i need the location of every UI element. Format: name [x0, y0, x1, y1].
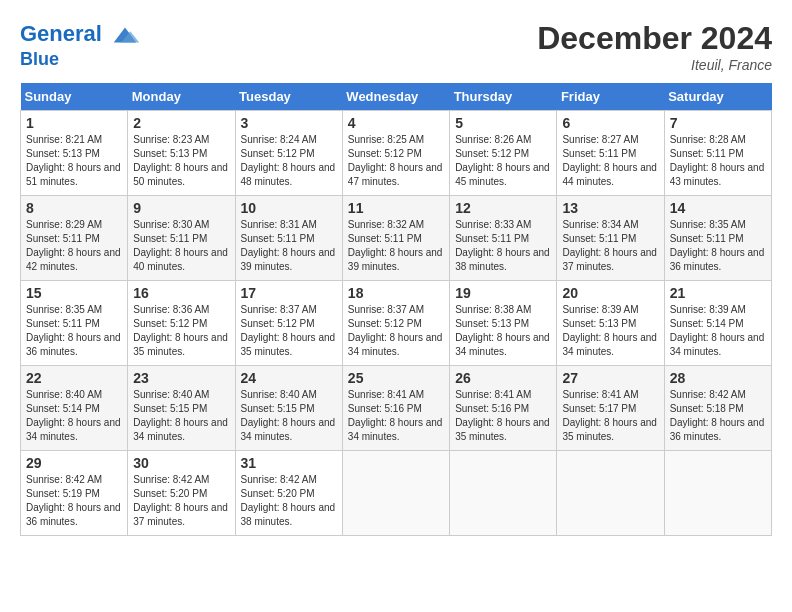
day-cell-1: 1 Sunrise: 8:21 AMSunset: 5:13 PMDayligh… — [21, 111, 128, 196]
day-number: 4 — [348, 115, 444, 131]
day-cell-26: 26 Sunrise: 8:41 AMSunset: 5:16 PMDaylig… — [450, 366, 557, 451]
day-number: 27 — [562, 370, 658, 386]
calendar-table: SundayMondayTuesdayWednesdayThursdayFrid… — [20, 83, 772, 536]
day-number: 25 — [348, 370, 444, 386]
day-info: Sunrise: 8:27 AMSunset: 5:11 PMDaylight:… — [562, 133, 658, 189]
day-number: 11 — [348, 200, 444, 216]
day-number: 20 — [562, 285, 658, 301]
day-number: 18 — [348, 285, 444, 301]
day-cell-10: 10 Sunrise: 8:31 AMSunset: 5:11 PMDaylig… — [235, 196, 342, 281]
day-number: 22 — [26, 370, 122, 386]
day-number: 13 — [562, 200, 658, 216]
day-info: Sunrise: 8:40 AMSunset: 5:14 PMDaylight:… — [26, 388, 122, 444]
day-number: 6 — [562, 115, 658, 131]
day-number: 28 — [670, 370, 766, 386]
day-info: Sunrise: 8:35 AMSunset: 5:11 PMDaylight:… — [670, 218, 766, 274]
day-cell-27: 27 Sunrise: 8:41 AMSunset: 5:17 PMDaylig… — [557, 366, 664, 451]
col-header-sunday: Sunday — [21, 83, 128, 111]
day-cell-24: 24 Sunrise: 8:40 AMSunset: 5:15 PMDaylig… — [235, 366, 342, 451]
day-cell-30: 30 Sunrise: 8:42 AMSunset: 5:20 PMDaylig… — [128, 451, 235, 536]
empty-cell — [450, 451, 557, 536]
day-cell-14: 14 Sunrise: 8:35 AMSunset: 5:11 PMDaylig… — [664, 196, 771, 281]
day-cell-23: 23 Sunrise: 8:40 AMSunset: 5:15 PMDaylig… — [128, 366, 235, 451]
day-cell-25: 25 Sunrise: 8:41 AMSunset: 5:16 PMDaylig… — [342, 366, 449, 451]
day-cell-15: 15 Sunrise: 8:35 AMSunset: 5:11 PMDaylig… — [21, 281, 128, 366]
day-info: Sunrise: 8:41 AMSunset: 5:16 PMDaylight:… — [455, 388, 551, 444]
day-cell-22: 22 Sunrise: 8:40 AMSunset: 5:14 PMDaylig… — [21, 366, 128, 451]
day-cell-6: 6 Sunrise: 8:27 AMSunset: 5:11 PMDayligh… — [557, 111, 664, 196]
day-info: Sunrise: 8:29 AMSunset: 5:11 PMDaylight:… — [26, 218, 122, 274]
col-header-friday: Friday — [557, 83, 664, 111]
day-cell-28: 28 Sunrise: 8:42 AMSunset: 5:18 PMDaylig… — [664, 366, 771, 451]
day-cell-19: 19 Sunrise: 8:38 AMSunset: 5:13 PMDaylig… — [450, 281, 557, 366]
day-number: 3 — [241, 115, 337, 131]
day-info: Sunrise: 8:41 AMSunset: 5:16 PMDaylight:… — [348, 388, 444, 444]
day-info: Sunrise: 8:39 AMSunset: 5:14 PMDaylight:… — [670, 303, 766, 359]
col-header-wednesday: Wednesday — [342, 83, 449, 111]
day-info: Sunrise: 8:40 AMSunset: 5:15 PMDaylight:… — [133, 388, 229, 444]
day-number: 5 — [455, 115, 551, 131]
day-cell-31: 31 Sunrise: 8:42 AMSunset: 5:20 PMDaylig… — [235, 451, 342, 536]
day-info: Sunrise: 8:23 AMSunset: 5:13 PMDaylight:… — [133, 133, 229, 189]
logo-icon — [110, 20, 140, 50]
title-block: December 2024 Iteuil, France — [537, 20, 772, 73]
day-number: 1 — [26, 115, 122, 131]
day-info: Sunrise: 8:32 AMSunset: 5:11 PMDaylight:… — [348, 218, 444, 274]
page-header: General Blue December 2024 Iteuil, Franc… — [20, 20, 772, 73]
day-cell-4: 4 Sunrise: 8:25 AMSunset: 5:12 PMDayligh… — [342, 111, 449, 196]
day-number: 23 — [133, 370, 229, 386]
week-row-4: 22 Sunrise: 8:40 AMSunset: 5:14 PMDaylig… — [21, 366, 772, 451]
day-cell-17: 17 Sunrise: 8:37 AMSunset: 5:12 PMDaylig… — [235, 281, 342, 366]
day-info: Sunrise: 8:39 AMSunset: 5:13 PMDaylight:… — [562, 303, 658, 359]
day-info: Sunrise: 8:34 AMSunset: 5:11 PMDaylight:… — [562, 218, 658, 274]
col-header-monday: Monday — [128, 83, 235, 111]
day-cell-2: 2 Sunrise: 8:23 AMSunset: 5:13 PMDayligh… — [128, 111, 235, 196]
day-info: Sunrise: 8:28 AMSunset: 5:11 PMDaylight:… — [670, 133, 766, 189]
day-info: Sunrise: 8:37 AMSunset: 5:12 PMDaylight:… — [348, 303, 444, 359]
day-number: 26 — [455, 370, 551, 386]
day-number: 30 — [133, 455, 229, 471]
day-info: Sunrise: 8:35 AMSunset: 5:11 PMDaylight:… — [26, 303, 122, 359]
header-row: SundayMondayTuesdayWednesdayThursdayFrid… — [21, 83, 772, 111]
day-info: Sunrise: 8:24 AMSunset: 5:12 PMDaylight:… — [241, 133, 337, 189]
col-header-thursday: Thursday — [450, 83, 557, 111]
day-info: Sunrise: 8:30 AMSunset: 5:11 PMDaylight:… — [133, 218, 229, 274]
day-number: 8 — [26, 200, 122, 216]
day-number: 17 — [241, 285, 337, 301]
day-number: 7 — [670, 115, 766, 131]
day-cell-5: 5 Sunrise: 8:26 AMSunset: 5:12 PMDayligh… — [450, 111, 557, 196]
day-cell-21: 21 Sunrise: 8:39 AMSunset: 5:14 PMDaylig… — [664, 281, 771, 366]
day-cell-29: 29 Sunrise: 8:42 AMSunset: 5:19 PMDaylig… — [21, 451, 128, 536]
empty-cell — [557, 451, 664, 536]
day-number: 21 — [670, 285, 766, 301]
day-info: Sunrise: 8:42 AMSunset: 5:18 PMDaylight:… — [670, 388, 766, 444]
empty-cell — [342, 451, 449, 536]
day-info: Sunrise: 8:36 AMSunset: 5:12 PMDaylight:… — [133, 303, 229, 359]
month-title: December 2024 — [537, 20, 772, 57]
location: Iteuil, France — [537, 57, 772, 73]
day-number: 9 — [133, 200, 229, 216]
day-cell-7: 7 Sunrise: 8:28 AMSunset: 5:11 PMDayligh… — [664, 111, 771, 196]
day-info: Sunrise: 8:41 AMSunset: 5:17 PMDaylight:… — [562, 388, 658, 444]
day-info: Sunrise: 8:40 AMSunset: 5:15 PMDaylight:… — [241, 388, 337, 444]
day-info: Sunrise: 8:42 AMSunset: 5:20 PMDaylight:… — [133, 473, 229, 529]
week-row-1: 1 Sunrise: 8:21 AMSunset: 5:13 PMDayligh… — [21, 111, 772, 196]
day-cell-3: 3 Sunrise: 8:24 AMSunset: 5:12 PMDayligh… — [235, 111, 342, 196]
col-header-saturday: Saturday — [664, 83, 771, 111]
day-cell-9: 9 Sunrise: 8:30 AMSunset: 5:11 PMDayligh… — [128, 196, 235, 281]
day-number: 16 — [133, 285, 229, 301]
day-number: 29 — [26, 455, 122, 471]
day-number: 15 — [26, 285, 122, 301]
logo-blue: Blue — [20, 50, 140, 70]
day-info: Sunrise: 8:33 AMSunset: 5:11 PMDaylight:… — [455, 218, 551, 274]
day-info: Sunrise: 8:25 AMSunset: 5:12 PMDaylight:… — [348, 133, 444, 189]
day-cell-13: 13 Sunrise: 8:34 AMSunset: 5:11 PMDaylig… — [557, 196, 664, 281]
logo-general: General — [20, 21, 102, 46]
day-number: 14 — [670, 200, 766, 216]
logo: General Blue — [20, 20, 140, 70]
day-number: 12 — [455, 200, 551, 216]
day-info: Sunrise: 8:42 AMSunset: 5:20 PMDaylight:… — [241, 473, 337, 529]
day-info: Sunrise: 8:26 AMSunset: 5:12 PMDaylight:… — [455, 133, 551, 189]
week-row-3: 15 Sunrise: 8:35 AMSunset: 5:11 PMDaylig… — [21, 281, 772, 366]
day-info: Sunrise: 8:42 AMSunset: 5:19 PMDaylight:… — [26, 473, 122, 529]
